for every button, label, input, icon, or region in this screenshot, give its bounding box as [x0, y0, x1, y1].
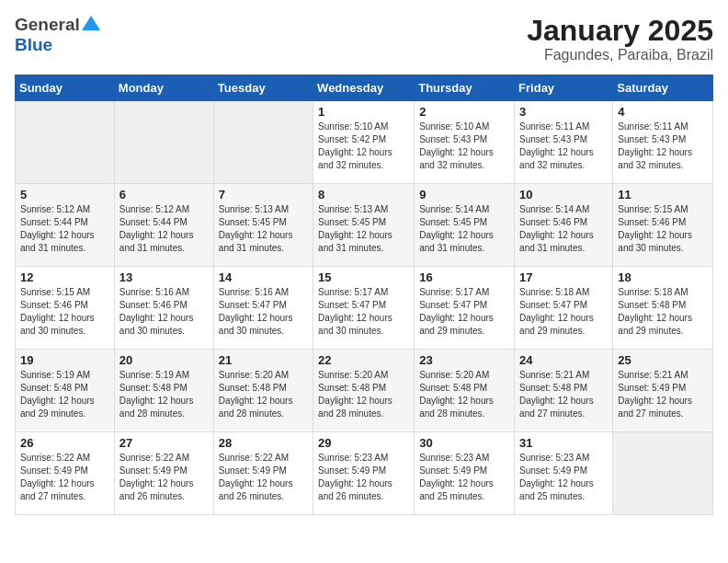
calendar-week-row: 26Sunrise: 5:22 AM Sunset: 5:49 PM Dayli…: [16, 432, 713, 515]
day-detail: Sunrise: 5:18 AM Sunset: 5:47 PM Dayligh…: [519, 286, 608, 338]
day-number: 1: [318, 105, 409, 119]
day-detail: Sunrise: 5:12 AM Sunset: 5:44 PM Dayligh…: [20, 203, 109, 255]
calendar-cell: 10Sunrise: 5:14 AM Sunset: 5:46 PM Dayli…: [515, 184, 613, 267]
calendar-cell: 28Sunrise: 5:22 AM Sunset: 5:49 PM Dayli…: [213, 432, 313, 515]
calendar-cell: 21Sunrise: 5:20 AM Sunset: 5:48 PM Dayli…: [213, 350, 313, 432]
page-header: General Blue January 2025 Fagundes, Para…: [15, 15, 713, 63]
day-detail: Sunrise: 5:15 AM Sunset: 5:46 PM Dayligh…: [618, 203, 708, 255]
logo-general-text: General: [15, 15, 80, 35]
day-number: 26: [20, 436, 109, 450]
weekday-header-monday: Monday: [114, 75, 213, 101]
calendar-cell: 12Sunrise: 5:15 AM Sunset: 5:46 PM Dayli…: [16, 267, 115, 350]
day-detail: Sunrise: 5:19 AM Sunset: 5:48 PM Dayligh…: [20, 369, 109, 420]
day-detail: Sunrise: 5:21 AM Sunset: 5:48 PM Dayligh…: [519, 369, 608, 420]
calendar-cell: 7Sunrise: 5:13 AM Sunset: 5:45 PM Daylig…: [213, 184, 313, 267]
day-number: 25: [618, 353, 708, 367]
logo-blue-text: Blue: [15, 35, 52, 55]
calendar-cell: 22Sunrise: 5:20 AM Sunset: 5:48 PM Dayli…: [313, 350, 415, 432]
weekday-header-wednesday: Wednesday: [313, 75, 415, 101]
logo: General Blue: [15, 15, 100, 55]
calendar-cell: 6Sunrise: 5:12 AM Sunset: 5:44 PM Daylig…: [114, 184, 213, 267]
weekday-header-thursday: Thursday: [415, 75, 515, 101]
day-number: 5: [20, 188, 109, 201]
weekday-header-friday: Friday: [515, 75, 613, 101]
calendar-cell: 31Sunrise: 5:23 AM Sunset: 5:49 PM Dayli…: [515, 432, 613, 515]
day-detail: Sunrise: 5:23 AM Sunset: 5:49 PM Dayligh…: [419, 452, 509, 503]
calendar-week-row: 5Sunrise: 5:12 AM Sunset: 5:44 PM Daylig…: [16, 184, 713, 267]
svg-marker-0: [82, 16, 100, 30]
day-detail: Sunrise: 5:15 AM Sunset: 5:46 PM Dayligh…: [20, 286, 109, 338]
calendar-week-row: 12Sunrise: 5:15 AM Sunset: 5:46 PM Dayli…: [16, 267, 713, 350]
day-detail: Sunrise: 5:13 AM Sunset: 5:45 PM Dayligh…: [318, 203, 409, 255]
day-number: 24: [519, 353, 608, 367]
calendar-cell: 11Sunrise: 5:15 AM Sunset: 5:46 PM Dayli…: [613, 184, 713, 267]
calendar-cell: 30Sunrise: 5:23 AM Sunset: 5:49 PM Dayli…: [415, 432, 515, 515]
day-detail: Sunrise: 5:14 AM Sunset: 5:46 PM Dayligh…: [519, 203, 608, 255]
calendar-week-row: 19Sunrise: 5:19 AM Sunset: 5:48 PM Dayli…: [16, 350, 713, 432]
day-detail: Sunrise: 5:10 AM Sunset: 5:43 PM Dayligh…: [419, 121, 509, 172]
calendar-cell: 18Sunrise: 5:18 AM Sunset: 5:48 PM Dayli…: [613, 267, 713, 350]
day-number: 19: [20, 353, 109, 367]
calendar-week-row: 1Sunrise: 5:10 AM Sunset: 5:42 PM Daylig…: [16, 101, 713, 184]
calendar-cell: 20Sunrise: 5:19 AM Sunset: 5:48 PM Dayli…: [114, 350, 213, 432]
day-number: 13: [119, 270, 209, 284]
day-number: 7: [219, 188, 308, 201]
day-number: 16: [419, 270, 509, 284]
weekday-header-sunday: Sunday: [16, 75, 115, 101]
calendar-cell: 25Sunrise: 5:21 AM Sunset: 5:49 PM Dayli…: [613, 350, 713, 432]
calendar-cell: 16Sunrise: 5:17 AM Sunset: 5:47 PM Dayli…: [415, 267, 515, 350]
day-number: 29: [318, 436, 409, 450]
day-detail: Sunrise: 5:19 AM Sunset: 5:48 PM Dayligh…: [119, 369, 209, 420]
day-number: 21: [219, 353, 308, 367]
day-number: 10: [519, 188, 608, 201]
day-number: 31: [519, 436, 608, 450]
calendar-cell: 29Sunrise: 5:23 AM Sunset: 5:49 PM Dayli…: [313, 432, 415, 515]
day-number: 6: [119, 188, 209, 201]
day-detail: Sunrise: 5:22 AM Sunset: 5:49 PM Dayligh…: [119, 452, 209, 503]
calendar-cell: 23Sunrise: 5:20 AM Sunset: 5:48 PM Dayli…: [415, 350, 515, 432]
day-detail: Sunrise: 5:12 AM Sunset: 5:44 PM Dayligh…: [119, 203, 209, 255]
calendar-cell: 24Sunrise: 5:21 AM Sunset: 5:48 PM Dayli…: [515, 350, 613, 432]
day-detail: Sunrise: 5:20 AM Sunset: 5:48 PM Dayligh…: [219, 369, 308, 420]
calendar-cell: [213, 101, 313, 184]
calendar-cell: 14Sunrise: 5:16 AM Sunset: 5:47 PM Dayli…: [213, 267, 313, 350]
day-number: 3: [519, 105, 608, 119]
weekday-header-saturday: Saturday: [613, 75, 713, 101]
day-number: 14: [219, 270, 308, 284]
calendar-cell: 9Sunrise: 5:14 AM Sunset: 5:45 PM Daylig…: [415, 184, 515, 267]
calendar-cell: 8Sunrise: 5:13 AM Sunset: 5:45 PM Daylig…: [313, 184, 415, 267]
calendar-cell: [114, 101, 213, 184]
day-detail: Sunrise: 5:13 AM Sunset: 5:45 PM Dayligh…: [219, 203, 308, 255]
calendar-cell: 1Sunrise: 5:10 AM Sunset: 5:42 PM Daylig…: [313, 101, 415, 184]
day-detail: Sunrise: 5:14 AM Sunset: 5:45 PM Dayligh…: [419, 203, 509, 255]
day-detail: Sunrise: 5:20 AM Sunset: 5:48 PM Dayligh…: [318, 369, 409, 420]
calendar-cell: 15Sunrise: 5:17 AM Sunset: 5:47 PM Dayli…: [313, 267, 415, 350]
calendar-cell: [16, 101, 115, 184]
day-number: 28: [219, 436, 308, 450]
day-detail: Sunrise: 5:18 AM Sunset: 5:48 PM Dayligh…: [618, 286, 708, 338]
logo-triangle-icon: [82, 16, 100, 30]
day-number: 11: [618, 188, 708, 201]
day-detail: Sunrise: 5:17 AM Sunset: 5:47 PM Dayligh…: [419, 286, 509, 338]
day-detail: Sunrise: 5:16 AM Sunset: 5:47 PM Dayligh…: [219, 286, 308, 338]
day-detail: Sunrise: 5:10 AM Sunset: 5:42 PM Dayligh…: [318, 121, 409, 172]
weekday-header-row: SundayMondayTuesdayWednesdayThursdayFrid…: [16, 75, 713, 101]
title-section: January 2025 Fagundes, Paraiba, Brazil: [527, 15, 713, 63]
day-number: 22: [318, 353, 409, 367]
calendar-cell: 26Sunrise: 5:22 AM Sunset: 5:49 PM Dayli…: [16, 432, 115, 515]
calendar-title: January 2025: [527, 15, 713, 47]
day-number: 8: [318, 188, 409, 201]
day-number: 2: [419, 105, 509, 119]
day-detail: Sunrise: 5:23 AM Sunset: 5:49 PM Dayligh…: [318, 452, 409, 503]
calendar-cell: 3Sunrise: 5:11 AM Sunset: 5:43 PM Daylig…: [515, 101, 613, 184]
calendar-cell: 2Sunrise: 5:10 AM Sunset: 5:43 PM Daylig…: [415, 101, 515, 184]
calendar-cell: 13Sunrise: 5:16 AM Sunset: 5:46 PM Dayli…: [114, 267, 213, 350]
calendar-cell: 27Sunrise: 5:22 AM Sunset: 5:49 PM Dayli…: [114, 432, 213, 515]
calendar-subtitle: Fagundes, Paraiba, Brazil: [527, 47, 713, 63]
calendar-cell: 19Sunrise: 5:19 AM Sunset: 5:48 PM Dayli…: [16, 350, 115, 432]
day-detail: Sunrise: 5:23 AM Sunset: 5:49 PM Dayligh…: [519, 452, 608, 503]
day-detail: Sunrise: 5:22 AM Sunset: 5:49 PM Dayligh…: [219, 452, 308, 503]
day-number: 4: [618, 105, 708, 119]
day-detail: Sunrise: 5:11 AM Sunset: 5:43 PM Dayligh…: [519, 121, 608, 172]
calendar-cell: 4Sunrise: 5:11 AM Sunset: 5:43 PM Daylig…: [613, 101, 713, 184]
